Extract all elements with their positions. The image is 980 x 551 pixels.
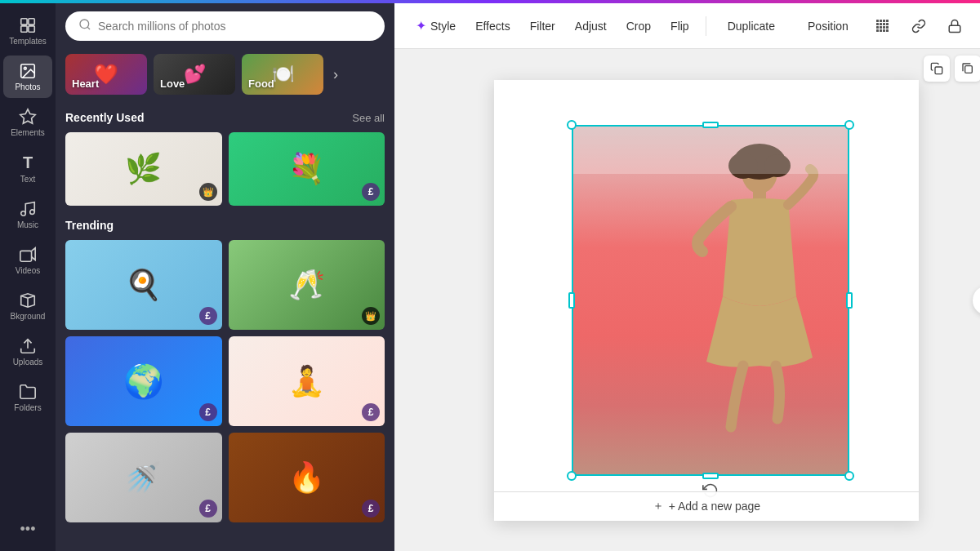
handle-bottom-right[interactable]: [844, 471, 854, 481]
text-label: Text: [20, 175, 35, 184]
canvas-page: ＋ + Add a new page: [494, 80, 919, 521]
svg-rect-28: [949, 25, 960, 32]
sidebar-item-videos[interactable]: Videos: [3, 239, 52, 282]
background-icon: [19, 291, 37, 309]
photos-panel: ❤️ Heart 💕 Love 🍽️ Food › Rece: [56, 3, 394, 551]
filter-button[interactable]: Filter: [522, 15, 564, 38]
category-row: ❤️ Heart 💕 Love 🍽️ Food ›: [56, 49, 394, 100]
folders-label: Folders: [14, 403, 41, 412]
svg-rect-25: [880, 29, 882, 32]
sidebar-item-uploads[interactable]: Uploads: [3, 331, 52, 373]
sidebar-item-elements[interactable]: Elements: [3, 101, 52, 144]
trending-item-5[interactable]: 🚿 £: [65, 433, 222, 522]
recently-used-grid: 🌿 👑 💐 £: [65, 132, 385, 206]
pound-badge-1: £: [362, 183, 380, 201]
search-input[interactable]: [98, 20, 372, 33]
svg-rect-37: [753, 189, 766, 200]
sidebar-item-templates[interactable]: Templates: [3, 10, 52, 52]
adjust-label: Adjust: [575, 20, 607, 33]
svg-point-5: [24, 67, 26, 69]
crop-button[interactable]: Crop: [618, 15, 659, 38]
trending-title: Trending: [65, 219, 114, 232]
trending-item-2[interactable]: 🥂 👑: [229, 240, 385, 330]
position-button[interactable]: Position: [795, 14, 862, 38]
handle-mid-left[interactable]: [568, 292, 575, 309]
see-all-button[interactable]: See all: [352, 112, 385, 124]
effects-button[interactable]: Effects: [467, 15, 519, 38]
recently-item-2[interactable]: 💐 £: [229, 132, 385, 206]
crown-badge-1: 👑: [199, 183, 217, 201]
sidebar-item-folders[interactable]: Folders: [3, 376, 52, 419]
duplicate-button[interactable]: Duplicate: [715, 14, 788, 38]
handle-bottom-left[interactable]: [567, 471, 577, 481]
sidebar-item-background[interactable]: Bkground: [3, 285, 52, 327]
handle-top-mid[interactable]: [702, 122, 719, 128]
photo-canvas: [572, 125, 849, 476]
lock-icon-button[interactable]: [940, 11, 969, 41]
trending-item-1[interactable]: 🍳 £: [65, 240, 222, 330]
trending-grid: 🍳 £ 🥂 👑 🌍 £: [65, 240, 385, 522]
link-icon-button[interactable]: [904, 11, 933, 41]
svg-marker-6: [20, 109, 35, 123]
add-page-label: + Add a new page: [669, 500, 761, 513]
category-food-label: Food: [248, 78, 274, 90]
handle-top-left[interactable]: [567, 120, 577, 130]
editor-area: ✦ Style Effects Filter Adjust Crop Flip …: [394, 3, 980, 551]
category-arrow-right[interactable]: ›: [330, 63, 341, 87]
svg-rect-18: [883, 23, 885, 25]
duplicate-page-button[interactable]: [955, 56, 980, 82]
refresh-button[interactable]: [973, 286, 980, 315]
copy-page-button[interactable]: [924, 56, 950, 82]
handle-top-right[interactable]: [844, 120, 854, 130]
category-heart-label: Heart: [72, 78, 99, 90]
svg-rect-13: [880, 20, 882, 22]
adjust-button[interactable]: Adjust: [567, 15, 615, 38]
pound-badge-4: £: [362, 403, 380, 421]
pound-badge-5: £: [199, 500, 217, 518]
more-button[interactable]: •••: [14, 514, 42, 544]
filter-label: Filter: [530, 20, 555, 33]
category-food[interactable]: 🍽️ Food: [242, 54, 323, 95]
sidebar-item-music[interactable]: Music: [3, 193, 52, 236]
svg-rect-27: [886, 29, 889, 32]
sidebar-item-photos[interactable]: Photos: [3, 56, 52, 98]
svg-rect-19: [886, 23, 889, 25]
sidebar-item-text[interactable]: T Text: [3, 147, 52, 190]
svg-rect-21: [880, 26, 882, 29]
videos-icon: [19, 246, 37, 264]
category-love-label: Love: [160, 78, 185, 90]
category-love[interactable]: 💕 Love: [154, 54, 235, 95]
elements-icon: [19, 108, 37, 126]
canvas-area: ＋ + Add a new page: [394, 49, 980, 551]
svg-rect-17: [880, 23, 882, 25]
handle-bottom-mid[interactable]: [702, 473, 719, 479]
videos-label: Videos: [16, 266, 40, 275]
pattern-icon-button[interactable]: [868, 11, 898, 41]
svg-point-11: [80, 20, 89, 29]
background-label: Bkground: [11, 312, 46, 321]
search-input-wrapper: [65, 11, 385, 41]
crop-label: Crop: [626, 20, 651, 33]
style-button[interactable]: ✦ Style: [408, 13, 464, 38]
recently-item-1[interactable]: 🌿 👑: [65, 132, 222, 206]
photos-icon: [19, 62, 37, 80]
delete-icon-button[interactable]: [976, 11, 980, 41]
flip-button[interactable]: Flip: [662, 15, 697, 38]
handle-mid-right[interactable]: [846, 292, 853, 309]
uploads-label: Uploads: [13, 358, 43, 367]
music-label: Music: [17, 220, 38, 229]
category-heart[interactable]: ❤️ Heart: [65, 54, 147, 95]
trending-item-4[interactable]: 🧘 £: [229, 336, 385, 426]
svg-rect-14: [883, 20, 885, 22]
recently-used-header: Recently Used See all: [65, 111, 385, 124]
svg-point-8: [30, 210, 35, 215]
trending-item-6[interactable]: 🔥 £: [229, 433, 385, 522]
trending-item-3[interactable]: 🌍 £: [65, 336, 222, 426]
add-page-bar[interactable]: ＋ + Add a new page: [494, 491, 919, 521]
pound-badge-2: £: [199, 307, 217, 325]
collapse-panel-button[interactable]: [391, 258, 394, 297]
music-icon: [19, 200, 37, 218]
trending-header: Trending: [65, 219, 385, 232]
selected-image[interactable]: [572, 125, 849, 476]
svg-rect-9: [20, 251, 32, 261]
